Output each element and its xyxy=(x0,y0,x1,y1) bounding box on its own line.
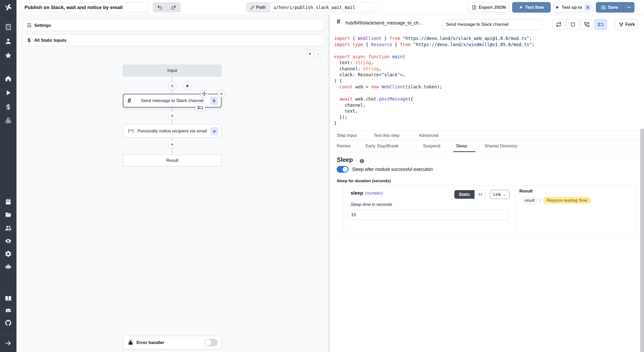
flow-canvas: Settings All Static Inputs + - Input # S… xyxy=(16,15,328,352)
docs-icon[interactable] xyxy=(5,295,12,302)
sleep-config-box: sleep(number) Static Link → Sleep time i… xyxy=(344,185,636,235)
workers-icon[interactable] xyxy=(5,263,12,270)
audit-logs-icon[interactable] xyxy=(5,237,12,245)
tab-retries[interactable]: Retries xyxy=(337,140,351,152)
add-step-button[interactable] xyxy=(168,82,176,90)
email-step-label: Personally notice recipient via email xyxy=(123,129,221,134)
step-name-input[interactable] xyxy=(442,19,543,30)
sliders-icon xyxy=(27,23,32,28)
result-key-chip: result xyxy=(522,197,537,204)
tab-step-input[interactable]: Step Input xyxy=(337,131,357,140)
input-node[interactable]: Input xyxy=(123,65,222,76)
discord-icon[interactable] xyxy=(5,307,12,314)
export-json-button[interactable]: Export JSON xyxy=(468,2,509,13)
path-field[interactable]: Path u/henri/publish_slack_wait_mail xyxy=(246,2,376,12)
square-icon xyxy=(570,22,575,27)
early-stop-toolbar-button[interactable] xyxy=(566,19,579,30)
slack-step-id-badge: b xyxy=(210,97,218,105)
active-tab-indicator xyxy=(453,151,475,152)
schedules-icon[interactable] xyxy=(5,198,12,205)
test-up-to-step-badge: b xyxy=(584,4,591,11)
windmill-logo[interactable] xyxy=(4,3,12,11)
move-icon xyxy=(202,91,207,96)
tab-advanced[interactable]: Advanced xyxy=(419,131,438,140)
workspace-icon[interactable] xyxy=(5,23,12,31)
zoom-in-button[interactable]: + xyxy=(307,51,313,57)
tab-sleep[interactable]: Sleep xyxy=(456,140,467,152)
save-button[interactable]: Save xyxy=(596,2,623,13)
flow-name-input[interactable] xyxy=(21,2,148,12)
suspend-toolbar-button[interactable] xyxy=(580,19,593,30)
advanced-sub-tabs: Retries Early Stop/Break Suspend Sleep S… xyxy=(330,140,640,152)
save-button-group: Save xyxy=(596,2,634,13)
user-icon[interactable] xyxy=(5,38,12,45)
path-value[interactable]: u/henri/publish_slack_wait_mail xyxy=(270,3,376,12)
sleep-toggle-label: Sleep after module successful execution xyxy=(352,167,433,172)
result-node[interactable]: Result xyxy=(123,155,222,166)
favorites-icon[interactable] xyxy=(5,52,12,59)
sleep-field-name: sleep(number) xyxy=(351,190,383,196)
hub-script-path[interactable]: hub/849/slack/send_message_to_ch… xyxy=(345,20,423,26)
runs-icon[interactable] xyxy=(5,89,12,96)
sidebar-divider xyxy=(0,334,16,334)
test-flow-button[interactable]: Test flow xyxy=(512,2,551,13)
undo-redo-group xyxy=(153,2,181,12)
variables-icon[interactable] xyxy=(5,103,12,111)
folders-icon[interactable] xyxy=(5,211,12,218)
move-step-handle[interactable] xyxy=(200,90,208,98)
panel-splitter[interactable] xyxy=(328,15,330,352)
github-icon[interactable] xyxy=(5,319,12,326)
trigger-button[interactable] xyxy=(183,82,191,90)
test-up-to-button[interactable]: Test up to b xyxy=(554,2,593,13)
panel-scrollbar[interactable] xyxy=(640,129,644,352)
retries-toolbar-button[interactable] xyxy=(552,19,565,30)
redo-button[interactable] xyxy=(167,2,181,12)
all-static-inputs-bar[interactable]: All Static Inputs xyxy=(23,34,324,46)
error-handler-toggle[interactable] xyxy=(204,339,218,346)
fork-button[interactable]: Fork xyxy=(615,19,638,30)
add-step-button[interactable] xyxy=(168,112,176,120)
result-node-label: Result xyxy=(123,158,221,163)
sleep-toolbar-button[interactable] xyxy=(594,19,607,30)
resources-icon[interactable] xyxy=(5,117,12,124)
code-mode-button[interactable] xyxy=(474,190,486,199)
sleep-indicator-chip[interactable] xyxy=(195,103,205,112)
email-step-node[interactable]: Personally notice recipient via email a xyxy=(123,124,222,138)
delete-step-button[interactable] xyxy=(218,90,225,98)
home-icon[interactable] xyxy=(5,75,12,82)
pencil-icon xyxy=(250,5,255,10)
expand-sidebar-icon[interactable] xyxy=(5,340,12,347)
sidebar-divider xyxy=(0,64,16,64)
link-button[interactable]: Link → xyxy=(490,190,510,199)
tab-test-this-step[interactable]: Test this step xyxy=(374,131,399,140)
settings-icon[interactable] xyxy=(5,250,12,257)
dollar-icon xyxy=(27,38,32,43)
flow-settings-bar[interactable]: Settings xyxy=(23,19,324,31)
sleep-value-input[interactable] xyxy=(348,210,508,220)
sleep-after-execution-toggle[interactable] xyxy=(337,166,349,173)
tab-shared-directory[interactable]: Shared Directory xyxy=(485,140,518,152)
graph-top-border xyxy=(16,49,328,49)
code-editor[interactable]: import { WebClient } from "https://deno.… xyxy=(334,36,639,128)
repeat-icon xyxy=(556,22,562,27)
undo-button[interactable] xyxy=(153,2,167,12)
static-mode-button[interactable]: Static xyxy=(454,190,474,199)
zoom-out-button[interactable]: - xyxy=(315,51,322,57)
input-mode-toggle: Static xyxy=(454,190,486,199)
git-fork-icon xyxy=(619,22,624,27)
save-dropdown-button[interactable] xyxy=(623,2,634,13)
tab-suspend[interactable]: Suspend xyxy=(423,140,440,152)
bug-icon xyxy=(128,340,134,346)
add-step-button[interactable] xyxy=(168,140,176,148)
play-icon xyxy=(555,5,559,9)
groups-icon[interactable] xyxy=(5,224,12,232)
bed-icon xyxy=(198,105,203,110)
file-down-icon xyxy=(472,5,477,10)
sleep-section-title: Sleep xyxy=(337,156,353,163)
plus-icon xyxy=(170,114,174,118)
windmill-flow-editor: Path u/henri/publish_slack_wait_mail Exp… xyxy=(0,0,644,352)
slack-icon: # xyxy=(337,18,340,25)
info-icon[interactable] xyxy=(359,158,365,164)
error-handler-node[interactable]: Error handler xyxy=(123,336,222,349)
tab-early-stop-break[interactable]: Early Stop/Break xyxy=(366,140,399,152)
